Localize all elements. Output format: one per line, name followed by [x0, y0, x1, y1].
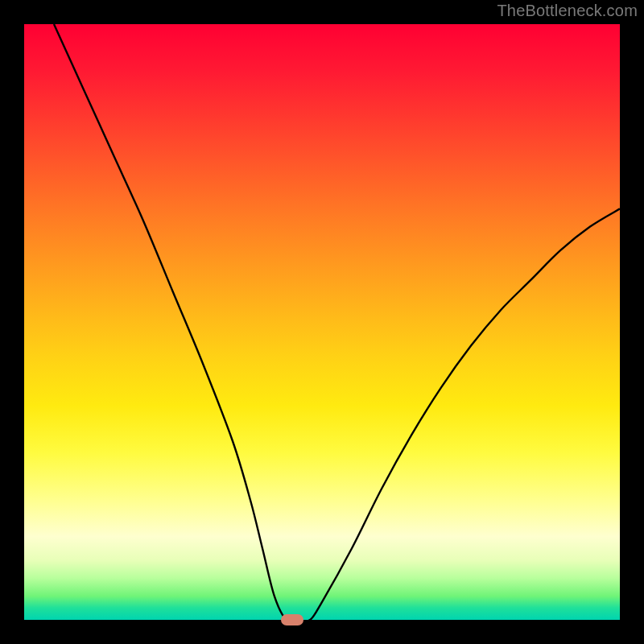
dip-marker — [281, 614, 303, 625]
watermark-text: TheBottleneck.com — [497, 2, 638, 20]
curve-svg — [24, 24, 620, 620]
plot-area — [24, 24, 620, 620]
chart-stage: TheBottleneck.com — [0, 0, 644, 644]
bottleneck-curve — [54, 24, 620, 620]
